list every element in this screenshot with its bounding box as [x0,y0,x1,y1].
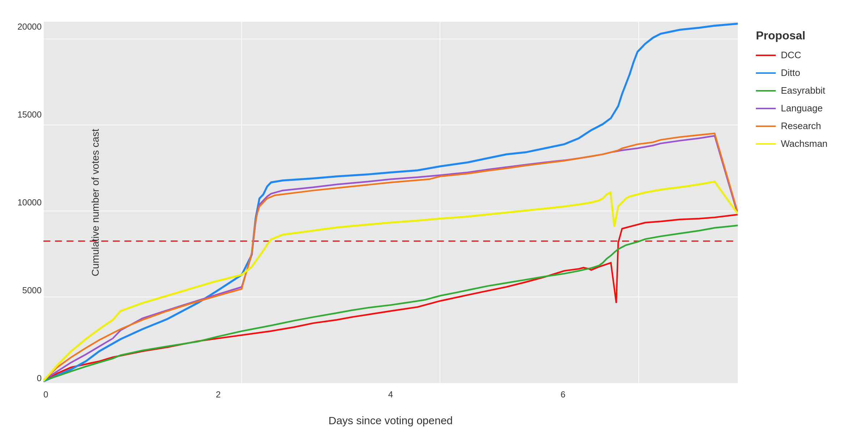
legend-label-dcc: DCC [781,50,801,61]
legend-label-easyrabbit: Easyrabbit [781,85,825,96]
y-tick-20000: 20000 [14,22,42,32]
chart-svg [43,22,738,383]
x-axis-labels: 0 2 4 6 8 [43,390,738,400]
y-tick-10000: 10000 [14,197,42,208]
legend-item-ditto: Ditto [756,67,850,78]
legend-label-wachsman: Wachsman [781,138,827,149]
y-axis-labels: 20000 15000 10000 5000 0 [14,22,42,383]
x-tick-2: 2 [216,390,221,400]
chart-container: Cumulative number of votes cast 20000 15… [0,0,868,434]
x-tick-0: 0 [43,390,48,400]
y-tick-0: 0 [14,373,42,383]
legend-item-wachsman: Wachsman [756,138,850,149]
legend-line-research [756,125,776,127]
plot-region: Cumulative number of votes cast 20000 15… [43,22,738,383]
legend-line-wachsman [756,143,776,145]
y-axis-label: Cumulative number of votes cast [90,129,101,276]
legend-line-easyrabbit [756,90,776,92]
legend-line-ditto [756,72,776,74]
x-tick-6: 6 [561,390,565,400]
legend-item-language: Language [756,103,850,114]
legend-item-research: Research [756,120,850,132]
chart-area: Cumulative number of votes cast 20000 15… [7,14,745,405]
legend-label-ditto: Ditto [781,67,800,78]
legend-label-language: Language [781,103,823,114]
legend-title: Proposal [756,29,850,42]
legend-item-easyrabbit: Easyrabbit [756,85,850,96]
legend-label-research: Research [781,120,821,132]
legend: Proposal DCC Ditto Easyrabbit Language R… [745,22,861,405]
y-tick-15000: 15000 [14,110,42,120]
y-tick-5000: 5000 [14,285,42,295]
legend-line-dcc [756,55,776,56]
legend-item-dcc: DCC [756,50,850,61]
legend-line-language [756,108,776,109]
x-tick-4: 4 [388,390,393,400]
x-axis-title: Days since voting opened [43,414,738,427]
